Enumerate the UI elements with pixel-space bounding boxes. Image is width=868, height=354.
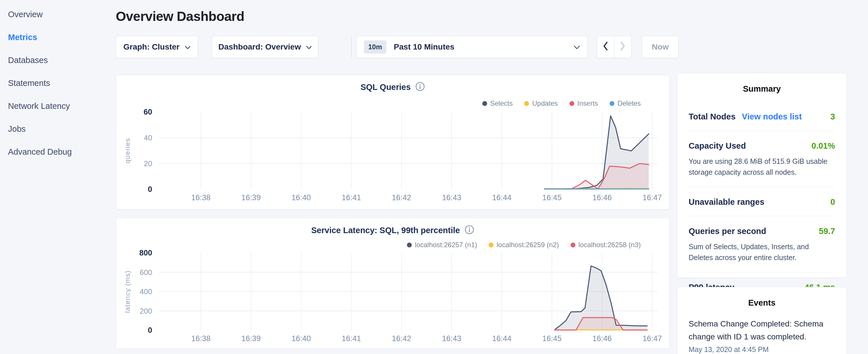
chevron-right-icon	[620, 41, 626, 53]
time-window-label: Past 10 Minutes	[394, 42, 455, 52]
now-button[interactable]: Now	[642, 36, 679, 58]
legend-label: localhost:26257 (n1)	[415, 241, 477, 249]
svg-text:16:42: 16:42	[392, 193, 411, 202]
summary-row-total-nodes: Total Nodes View nodes list 3	[689, 102, 835, 131]
event-text: Schema Change Completed: Schema change w…	[689, 317, 835, 343]
svg-text:16:47: 16:47	[643, 193, 662, 202]
summary-row-capacity-used: Capacity Used 0.01% You are using 28.6 M…	[689, 131, 835, 187]
sidebar-item-metrics[interactable]: Metrics	[0, 26, 114, 49]
svg-text:16:39: 16:39	[241, 193, 261, 202]
legend-item[interactable]: Inserts	[569, 99, 598, 107]
sidebar-item-jobs[interactable]: Jobs	[0, 118, 114, 140]
svg-text:600: 600	[140, 268, 152, 277]
svg-text:16:38: 16:38	[191, 334, 211, 343]
sidebar-item-overview[interactable]: Overview	[0, 3, 114, 26]
svg-text:800: 800	[139, 249, 152, 257]
svg-text:16:44: 16:44	[492, 193, 512, 202]
chart-title: Service Latency: SQL, 99th percentile	[311, 226, 460, 235]
series-color-dot	[524, 101, 529, 106]
series-color-dot	[489, 243, 493, 248]
legend-item[interactable]: localhost:26257 (n1)	[407, 241, 477, 249]
svg-text:0: 0	[148, 326, 152, 334]
svg-text:400: 400	[140, 287, 152, 296]
page-title: Overview Dashboard	[116, 9, 244, 24]
sql-queries-chart-card: SQL Queries Selects Updates Inserts Dele…	[116, 75, 670, 210]
info-icon[interactable]	[415, 82, 425, 93]
view-nodes-list-link[interactable]: View nodes list	[742, 112, 802, 122]
series-color-dot	[482, 101, 487, 106]
info-icon[interactable]	[465, 225, 474, 236]
svg-text:latency (ms): latency (ms)	[124, 270, 131, 313]
dashboard-dropdown[interactable]: Dashboard: Overview	[212, 36, 318, 58]
now-button-label: Now	[652, 42, 669, 52]
sidebar-item-network-latency[interactable]: Network Latency	[0, 95, 114, 118]
summary-row-value: 0.01%	[811, 141, 835, 151]
toolbar-divider	[351, 37, 351, 57]
legend-label: localhost:26258 (n3)	[579, 241, 641, 249]
svg-text:16:45: 16:45	[542, 334, 562, 343]
svg-text:16:44: 16:44	[492, 334, 512, 343]
graph-scope-dropdown-label: Graph: Cluster	[123, 42, 179, 52]
legend-item[interactable]: Updates	[524, 99, 558, 107]
svg-text:16:46: 16:46	[592, 334, 612, 343]
summary-row-subtext: You are using 28.6 MiB of 515.9 GiB usab…	[689, 156, 835, 178]
previous-time-window-button[interactable]	[597, 36, 614, 58]
chevron-down-icon	[306, 42, 312, 52]
svg-text:0: 0	[148, 185, 152, 194]
summary-row-unavailable-ranges: Unavailable ranges 0	[689, 187, 835, 216]
legend-label: Inserts	[578, 99, 598, 107]
summary-row-label: Queries per second	[689, 227, 766, 236]
sidebar-item-statements[interactable]: Statements	[0, 72, 114, 95]
chevron-left-icon	[602, 41, 609, 53]
svg-text:200: 200	[140, 307, 152, 315]
svg-text:16:39: 16:39	[241, 334, 261, 343]
summary-row-label: Capacity Used	[689, 141, 746, 151]
svg-text:16:40: 16:40	[291, 193, 311, 202]
time-range-selector[interactable]: 10m Past 10 Minutes	[356, 36, 588, 58]
next-time-window-button[interactable]	[614, 36, 631, 58]
summary-row-value: 59.7	[819, 227, 835, 236]
service-latency-chart-card: Service Latency: SQL, 99th percentile lo…	[116, 218, 670, 349]
svg-text:16:41: 16:41	[342, 334, 361, 343]
legend-item[interactable]: Deletes	[610, 99, 641, 107]
svg-text:16:42: 16:42	[392, 334, 411, 343]
chart-legend: localhost:26257 (n1) localhost:26259 (n2…	[407, 241, 641, 249]
summary-panel: Summary Total Nodes View nodes list 3 Ca…	[677, 73, 847, 278]
summary-row-label: Total Nodes	[689, 112, 736, 122]
chevron-down-icon	[185, 42, 191, 52]
events-title: Events	[677, 298, 846, 308]
legend-item[interactable]: localhost:26259 (n2)	[489, 241, 559, 249]
sidebar-item-databases[interactable]: Databases	[0, 49, 114, 72]
sql-queries-chart-plot[interactable]: 16:3816:3916:4016:4116:4216:4316:4416:45…	[116, 75, 670, 210]
svg-text:16:43: 16:43	[442, 334, 461, 343]
chart-legend: Selects Updates Inserts Deletes	[482, 99, 641, 107]
svg-text:16:38: 16:38	[191, 193, 211, 202]
svg-text:16:43: 16:43	[442, 193, 461, 202]
series-color-dot	[610, 101, 614, 106]
service-latency-chart-plot[interactable]: 16:3816:3916:4016:4116:4216:4316:4416:45…	[116, 218, 670, 349]
time-window-badge: 10m	[364, 40, 386, 54]
chart-title: SQL Queries	[361, 83, 411, 92]
summary-row-value: 3	[831, 112, 835, 122]
events-panel: Events Schema Change Completed: Schema c…	[677, 287, 847, 354]
time-pager	[597, 36, 631, 58]
legend-label: Selects	[490, 99, 513, 107]
chevron-down-icon	[574, 42, 580, 52]
graph-scope-dropdown[interactable]: Graph: Cluster	[116, 36, 198, 58]
summary-row-label: Unavailable ranges	[689, 197, 764, 207]
svg-text:16:45: 16:45	[542, 193, 562, 202]
series-color-dot	[569, 101, 574, 106]
summary-row-queries-per-second: Queries per second 59.7 Sum of Selects, …	[689, 216, 835, 272]
legend-item[interactable]: localhost:26258 (n3)	[570, 241, 641, 249]
legend-item[interactable]: Selects	[482, 99, 513, 107]
dashboard-dropdown-label: Dashboard: Overview	[218, 42, 301, 52]
svg-text:16:41: 16:41	[342, 193, 361, 202]
svg-text:16:40: 16:40	[291, 334, 311, 343]
svg-text:16:46: 16:46	[592, 193, 612, 202]
event-list-item[interactable]: Schema Change Completed: Schema change w…	[677, 317, 846, 354]
event-timestamp: May 13, 2020 at 4:45 PM	[689, 345, 835, 354]
legend-label: Deletes	[618, 99, 641, 107]
svg-text:16:47: 16:47	[643, 334, 662, 343]
sidebar: Overview Metrics Databases Statements Ne…	[0, 0, 114, 163]
sidebar-item-advanced-debug[interactable]: Advanced Debug	[0, 140, 114, 163]
